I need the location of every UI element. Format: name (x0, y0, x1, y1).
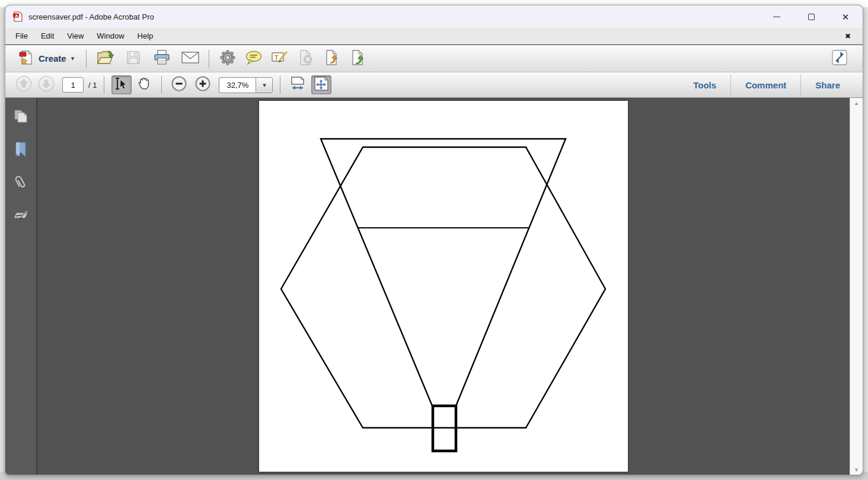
close-icon: ✕ (842, 12, 850, 21)
minimize-icon (773, 17, 780, 17)
save-button[interactable] (122, 48, 145, 69)
printer-icon (153, 49, 171, 68)
fit-width-icon (289, 75, 306, 94)
navigation-sidebar (5, 98, 37, 475)
page-thumbnails-icon (12, 108, 29, 127)
arrow-down-circle-icon (38, 75, 55, 94)
nav-toolbar: / 1 (5, 72, 863, 98)
tab-comment[interactable]: Comment (731, 75, 800, 95)
next-page-button[interactable] (36, 75, 56, 94)
menu-help[interactable]: Help (131, 29, 160, 43)
hand-icon (136, 76, 152, 94)
fullscreen-toggle-button[interactable] (828, 48, 851, 69)
zoom-dropdown-caret-icon: ▾ (263, 81, 266, 89)
page-save-icon (350, 50, 366, 68)
toolbar-separator (86, 50, 87, 68)
menu-bar: File Edit View Window Help ✖ (5, 28, 863, 44)
open-folder-icon (96, 49, 114, 68)
edit-text-button[interactable]: T (269, 48, 291, 69)
page-drawing (259, 101, 628, 472)
close-button[interactable]: ✕ (828, 5, 863, 28)
page-thumbnails-button[interactable] (11, 109, 31, 126)
speech-bubble-icon (245, 50, 263, 68)
maximize-button[interactable] (794, 5, 828, 28)
create-button-label: Create (39, 53, 66, 63)
minimize-button[interactable] (760, 5, 794, 28)
toolbar-separator (104, 76, 104, 94)
plus-circle-icon (194, 75, 211, 94)
bookmark-icon (14, 141, 27, 160)
paperclip-icon (13, 174, 28, 193)
attachments-button[interactable] (11, 175, 31, 193)
main-toolbar: Create ▾ (5, 45, 863, 72)
scroll-up-icon[interactable]: ▲ (854, 101, 859, 106)
document-area: ▲ ▼ (5, 98, 863, 475)
gear-icon (220, 50, 235, 68)
create-dropdown-caret-icon: ▾ (71, 55, 75, 62)
email-button[interactable] (179, 48, 202, 69)
minus-circle-icon (171, 75, 187, 94)
text-edit-icon: T (271, 50, 289, 68)
menu-edit[interactable]: Edit (34, 29, 60, 43)
page-count-label: / 1 (88, 81, 97, 90)
toolbar-separator (161, 76, 162, 94)
menubar-close-button[interactable]: ✖ (845, 32, 851, 40)
menu-file[interactable]: File (9, 29, 34, 43)
pdf-viewer (39, 98, 850, 475)
zoom-out-button[interactable] (169, 75, 189, 94)
create-pdf-icon (18, 50, 34, 68)
bookmarks-button[interactable] (11, 142, 31, 160)
save-floppy-icon (126, 50, 141, 68)
previous-page-button[interactable] (14, 75, 34, 94)
fit-page-icon (313, 75, 330, 94)
comment-button[interactable] (242, 48, 265, 69)
pdf-page (259, 101, 628, 472)
svg-text:T: T (275, 53, 279, 61)
zoom-dropdown-button[interactable]: ▾ (256, 77, 273, 93)
select-tool-button[interactable] (111, 75, 132, 94)
funnel-trapezoid (321, 139, 566, 406)
save-page-button[interactable] (347, 48, 369, 69)
menu-window[interactable]: Window (90, 29, 130, 43)
fit-page-button[interactable] (311, 75, 331, 94)
create-button[interactable]: Create ▾ (14, 47, 79, 70)
task-panes: Tools Comment Share (679, 72, 854, 97)
hexagon (281, 147, 605, 428)
page-export-icon (324, 50, 340, 68)
vertical-scrollbar[interactable]: ▲ ▼ (850, 98, 863, 475)
tab-share[interactable]: Share (801, 75, 854, 95)
hand-tool-button[interactable] (134, 75, 154, 94)
envelope-icon (181, 50, 200, 67)
signatures-button[interactable] (11, 208, 31, 226)
menu-view[interactable]: View (60, 29, 90, 43)
pdf-file-icon (12, 11, 23, 22)
scroll-down-icon[interactable]: ▼ (854, 468, 859, 473)
tab-tools[interactable]: Tools (679, 75, 730, 95)
open-button[interactable] (94, 48, 116, 69)
signature-icon (12, 208, 29, 226)
toolbar-separator (280, 76, 280, 94)
expand-diagonal-icon (831, 49, 848, 68)
print-button[interactable] (151, 48, 173, 69)
title-bar: screensaver.pdf - Adobe Acrobat Pro ✕ (5, 5, 863, 28)
delete-page-button[interactable] (295, 48, 317, 69)
zoom-level-input[interactable] (219, 77, 256, 93)
page-number-input[interactable] (62, 77, 84, 93)
arrow-up-circle-icon (15, 75, 32, 94)
window-title: screensaver.pdf - Adobe Acrobat Pro (28, 12, 154, 21)
maximize-icon (808, 14, 815, 20)
preferences-button[interactable] (216, 48, 239, 69)
select-cursor-icon (114, 76, 129, 94)
toolbar-separator (209, 50, 209, 68)
export-page-button[interactable] (321, 48, 343, 69)
delete-page-icon (298, 50, 314, 68)
acrobat-window: screensaver.pdf - Adobe Acrobat Pro ✕ Fi… (5, 5, 863, 475)
fit-width-button[interactable] (288, 75, 308, 94)
zoom-in-button[interactable] (193, 75, 213, 94)
